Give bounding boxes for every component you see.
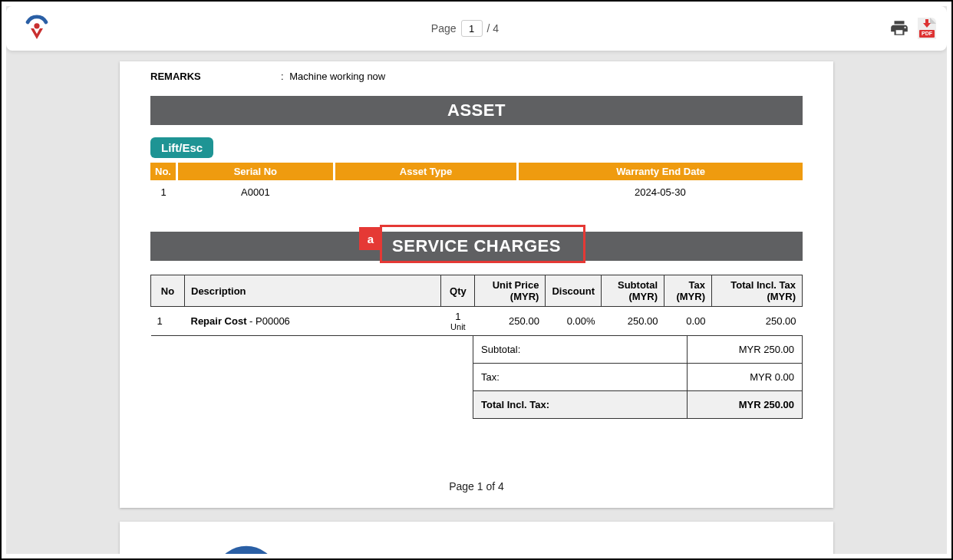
toolbar-right: PDF [862,18,947,39]
asset-table: No. Serial No Asset Type Warranty End Da… [150,163,803,204]
remarks-row: REMARKS Machine working now [150,61,803,96]
asset-cell-type [334,180,517,204]
toolbar-left [6,13,68,44]
charges-desc-bold: Repair Cost [191,315,247,327]
app-logo-icon [21,13,52,44]
charges-cell-no: 1 [151,307,185,336]
charges-cell-subtotal: 250.00 [602,307,664,336]
page-1: REMARKS Machine working now ASSET Lift/E… [120,61,833,508]
asset-th-no: No. [150,163,176,180]
remarks-label: REMARKS [150,71,281,82]
asset-th-warranty: Warranty End Date [518,163,803,180]
charges-cell-tax: 0.00 [664,307,712,336]
totals-tax-label: Tax: [473,364,688,391]
asset-category-badge: Lift/Esc [150,137,213,158]
section-service-header: SERVICE CHARGES [150,232,803,261]
charges-th-qty: Qty [441,275,475,307]
page-number-input[interactable] [461,20,483,37]
totals-subtotal-value: MYR 250.00 [688,336,803,364]
page-footer-text: Page 1 of 4 [150,480,803,492]
charges-th-total: Total Incl. Tax (MYR) [712,275,803,307]
download-pdf-icon[interactable]: PDF [918,18,936,39]
page-label: Page [431,22,457,35]
asset-cell-warranty: 2024-05-30 [518,180,803,204]
company-header: SUCCESS SDN BHD [150,543,803,554]
charges-th-unit: Unit Price (MYR) [475,275,546,307]
charges-qty-value: 1 [455,311,460,322]
section-asset-header: ASSET [150,96,803,125]
charges-cell-total: 250.00 [712,307,803,336]
service-section: a SERVICE CHARGES No Description Qty Uni… [150,232,803,419]
charges-cell-discount: 0.00% [546,307,602,336]
charges-cell-unit: 250.00 [475,307,546,336]
charges-th-no: No [151,275,185,307]
charges-th-tax: Tax (MYR) [664,275,712,307]
totals-tax-value: MYR 0.00 [688,364,803,391]
remarks-value: Machine working now [281,71,385,82]
pdf-badge-label: PDF [919,30,935,38]
charges-qty-unit: Unit [447,322,469,331]
asset-th-serial: Serial No [176,163,334,180]
charges-row: 1 Repair Cost - P00006 1 Unit 250.00 0.0… [151,307,803,336]
viewer-toolbar: Page / 4 PDF [6,6,947,51]
charges-th-discount: Discount [546,275,602,307]
totals-row-grand: Total Incl. Tax: MYR 250.00 [473,391,803,419]
charges-th-subtotal: Subtotal (MYR) [602,275,664,307]
company-logo-icon [204,543,289,554]
asset-row: 1 A0001 2024-05-30 [150,180,803,204]
charges-th-desc: Description [185,275,441,307]
asset-cell-serial: A0001 [176,180,334,204]
charges-cell-desc: Repair Cost - P00006 [185,307,441,336]
print-icon[interactable] [889,18,910,38]
charges-desc-rest: - P00006 [246,315,289,327]
svg-point-0 [34,23,39,28]
viewer-area: Page / 4 PDF REMARKS Machine working now [6,6,947,554]
charges-table: No Description Qty Unit Price (MYR) Disc… [150,275,803,336]
charges-cell-qty: 1 Unit [441,307,475,336]
totals-table: Subtotal: MYR 250.00 Tax: MYR 0.00 Total… [473,335,803,419]
page-indicator: Page / 4 [68,20,862,37]
totals-grand-label: Total Incl. Tax: [473,391,688,419]
asset-cell-no: 1 [150,180,176,204]
asset-th-type: Asset Type [334,163,517,180]
totals-row-tax: Tax: MYR 0.00 [473,364,803,391]
annotation-label-a: a [359,227,382,250]
totals-subtotal-label: Subtotal: [473,336,688,364]
page-total: / 4 [487,22,500,35]
totals-row-subtotal: Subtotal: MYR 250.00 [473,336,803,364]
totals-grand-value: MYR 250.00 [688,391,803,419]
pages-scroll[interactable]: REMARKS Machine working now ASSET Lift/E… [6,51,947,554]
page-2: SUCCESS SDN BHD [120,522,833,554]
